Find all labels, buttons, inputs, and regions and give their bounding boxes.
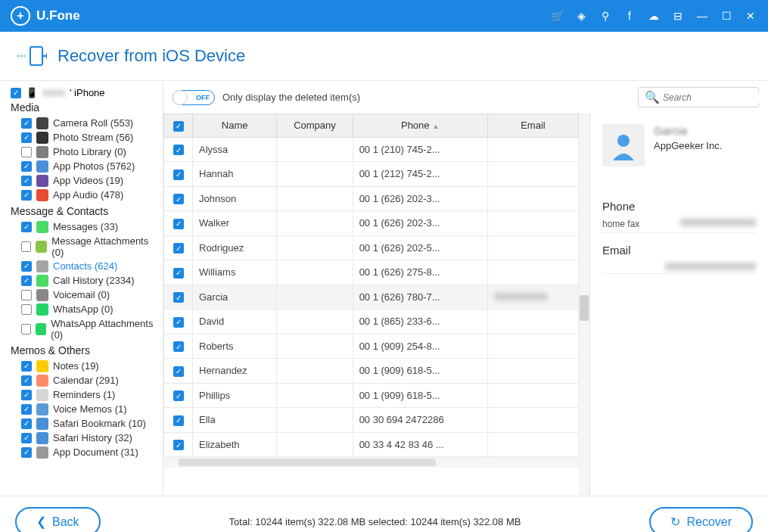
- cart-icon[interactable]: 🛒: [550, 9, 564, 23]
- category-icon: [36, 221, 48, 233]
- sidebar-item[interactable]: ✓Camera Roll (553): [11, 116, 157, 130]
- item-checkbox[interactable]: ✓: [21, 190, 32, 201]
- vertical-scrollbar[interactable]: [579, 114, 589, 496]
- table-row[interactable]: ✓Rodriguez00 1 (626) 202-5...: [164, 235, 579, 260]
- table-row[interactable]: ✓Garcia00 1 (626) 780-7...: [164, 285, 579, 310]
- row-checkbox[interactable]: ✓: [173, 219, 184, 229]
- row-checkbox[interactable]: ✓: [173, 390, 184, 401]
- row-checkbox[interactable]: ✓: [173, 440, 184, 450]
- col-phone[interactable]: Phone▲: [353, 114, 487, 138]
- table-row[interactable]: ✓Johnson00 1 (626) 202-3...: [164, 186, 579, 211]
- item-checkbox[interactable]: [21, 304, 32, 315]
- sidebar-item[interactable]: ✓Calendar (291): [11, 373, 157, 387]
- item-checkbox[interactable]: ✓: [21, 447, 32, 458]
- cell-name: Ella: [193, 408, 277, 433]
- item-checkbox[interactable]: ✓: [21, 176, 32, 186]
- recover-button[interactable]: ↻ Recover: [649, 507, 753, 532]
- feedback-icon[interactable]: ⊟: [671, 9, 685, 23]
- minimize-icon[interactable]: —: [695, 9, 709, 23]
- back-button[interactable]: ❮ Back: [15, 507, 101, 532]
- sidebar-item[interactable]: ✓Photo Stream (56): [11, 130, 157, 145]
- row-checkbox[interactable]: ✓: [173, 170, 184, 180]
- sidebar-item[interactable]: ✓App Document (31): [11, 445, 157, 459]
- maximize-icon[interactable]: ☐: [720, 9, 733, 23]
- sidebar-item[interactable]: Voicemail (0): [11, 288, 157, 302]
- item-checkbox[interactable]: ✓: [21, 390, 32, 400]
- table-row[interactable]: ✓Phillips00 1 (909) 618-5...: [164, 383, 579, 408]
- row-checkbox[interactable]: ✓: [173, 194, 184, 204]
- item-checkbox[interactable]: ✓: [21, 275, 32, 286]
- item-checkbox[interactable]: ✓: [21, 222, 32, 232]
- item-checkbox[interactable]: ✓: [21, 261, 32, 272]
- item-checkbox[interactable]: ✓: [21, 433, 32, 443]
- search-input[interactable]: [663, 92, 768, 103]
- close-icon[interactable]: ✕: [744, 9, 757, 23]
- item-checkbox[interactable]: ✓: [21, 118, 32, 129]
- item-checkbox[interactable]: ✓: [21, 418, 32, 429]
- sidebar-item[interactable]: ✓Call History (2334): [11, 273, 157, 288]
- col-email[interactable]: Email: [487, 114, 578, 138]
- sidebar-item[interactable]: ✓Contacts (624): [11, 259, 157, 273]
- device-checkbox[interactable]: ✓: [11, 88, 21, 98]
- col-company[interactable]: Company: [277, 114, 353, 138]
- sidebar-item[interactable]: Photo Library (0): [11, 145, 157, 159]
- item-checkbox[interactable]: [21, 241, 31, 252]
- table-row[interactable]: ✓Walker00 1 (626) 202-3...: [164, 211, 579, 236]
- cell-name: Hernandez: [193, 359, 277, 384]
- item-checkbox[interactable]: [21, 290, 32, 300]
- sidebar-item[interactable]: ✓Voice Memos (1): [11, 402, 157, 416]
- key-icon[interactable]: ⚲: [599, 9, 612, 23]
- item-checkbox[interactable]: ✓: [21, 375, 32, 386]
- row-checkbox[interactable]: ✓: [173, 366, 184, 377]
- sidebar-item[interactable]: ✓Messages (33): [11, 219, 157, 234]
- sidebar-item[interactable]: WhatsApp Attachments (0): [11, 316, 157, 341]
- sidebar-item[interactable]: ✓Reminders (1): [11, 387, 157, 402]
- contacts-table-scroll[interactable]: ✓ Name Company Phone▲ Email ✓Alyssa00 1 …: [163, 114, 579, 496]
- row-checkbox[interactable]: ✓: [173, 415, 184, 426]
- vscroll-thumb[interactable]: [580, 295, 589, 321]
- sidebar-item[interactable]: ✓App Videos (19): [11, 173, 157, 188]
- row-checkbox[interactable]: ✓: [173, 145, 184, 155]
- row-checkbox[interactable]: ✓: [173, 243, 184, 254]
- row-checkbox[interactable]: ✓: [173, 292, 184, 303]
- facebook-icon[interactable]: f: [623, 9, 636, 23]
- sidebar: ✓ 📱 ' iPhone Media✓Camera Roll (553)✓Pho…: [0, 81, 163, 496]
- item-checkbox[interactable]: ✓: [21, 404, 32, 415]
- item-checkbox[interactable]: [21, 147, 32, 157]
- item-checkbox[interactable]: ✓: [21, 361, 32, 372]
- sidebar-item[interactable]: ✓App Photos (5762): [11, 159, 157, 173]
- sidebar-item[interactable]: WhatsApp (0): [11, 302, 157, 316]
- device-row[interactable]: ✓ 📱 ' iPhone: [11, 87, 157, 98]
- table-row[interactable]: ✓Alyssa00 1 (210) 745-2...: [164, 137, 579, 162]
- cell-phone: 00 1 (626) 202-3...: [353, 211, 487, 236]
- cell-phone: 00 1 (210) 745-2...: [353, 137, 487, 162]
- item-checkbox[interactable]: ✓: [21, 161, 32, 172]
- table-row[interactable]: ✓David00 1 (865) 233-6...: [164, 310, 579, 334]
- item-checkbox[interactable]: ✓: [21, 132, 32, 143]
- cell-phone: 00 1 (909) 254-8...: [353, 334, 487, 359]
- horizontal-scrollbar[interactable]: [163, 457, 579, 468]
- sidebar-item-label: Notes (19): [53, 360, 99, 372]
- col-name[interactable]: Name: [193, 114, 277, 138]
- row-checkbox[interactable]: ✓: [173, 317, 184, 328]
- table-row[interactable]: ✓Elizabeth00 33 4 42 83 46 ...: [164, 432, 579, 457]
- sidebar-item[interactable]: ✓App Audio (478): [11, 188, 157, 202]
- item-checkbox[interactable]: [21, 324, 31, 334]
- row-checkbox[interactable]: ✓: [173, 268, 184, 278]
- table-row[interactable]: ✓Ella00 30 694 2472286: [164, 408, 579, 433]
- sidebar-item[interactable]: ✓Safari Bookmark (10): [11, 416, 157, 431]
- sidebar-item[interactable]: ✓Notes (19): [11, 359, 157, 373]
- sidebar-item[interactable]: ✓Safari History (32): [11, 431, 157, 445]
- table-row[interactable]: ✓Hernandez00 1 (909) 618-5...: [164, 359, 579, 384]
- chat-icon[interactable]: ☁: [647, 9, 661, 23]
- table-row[interactable]: ✓Roberts00 1 (909) 254-8...: [164, 334, 579, 359]
- diamond-icon[interactable]: ◈: [574, 9, 588, 23]
- row-checkbox[interactable]: ✓: [173, 341, 184, 352]
- hscroll-thumb[interactable]: [179, 459, 436, 466]
- select-all-checkbox[interactable]: ✓: [173, 121, 184, 132]
- table-row[interactable]: ✓Williams00 1 (626) 275-8...: [164, 260, 579, 285]
- search-box[interactable]: 🔍: [638, 87, 759, 107]
- deleted-only-toggle[interactable]: OFF: [173, 90, 215, 105]
- table-row[interactable]: ✓Hannah00 1 (212) 745-2...: [164, 162, 579, 187]
- sidebar-item[interactable]: Message Attachments (0): [11, 234, 157, 259]
